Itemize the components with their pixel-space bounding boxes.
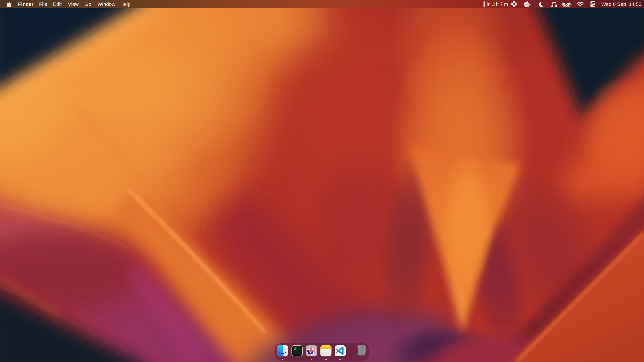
svg-text:$: $ — [293, 347, 295, 351]
